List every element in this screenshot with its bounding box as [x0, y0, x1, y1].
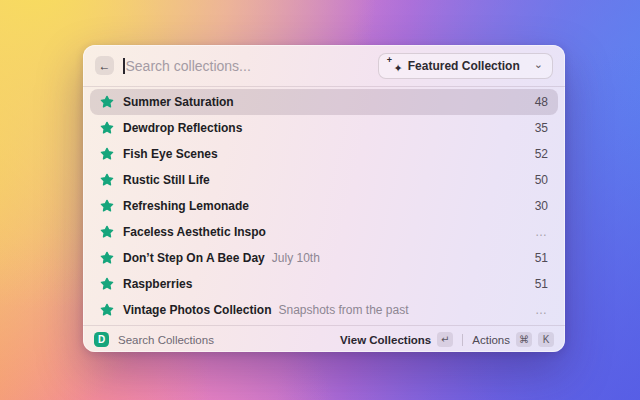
view-collections-action[interactable]: View Collections [340, 334, 431, 346]
list-row[interactable]: Raspberries 51 [90, 271, 558, 297]
k-key-icon: K [538, 332, 554, 347]
list-row[interactable]: Fish Eye Scenes 52 [90, 141, 558, 167]
star-icon [100, 121, 114, 135]
search-input[interactable]: Search collections... [126, 58, 378, 74]
row-title: Dewdrop Reflections [123, 121, 242, 135]
search-header: ← Search collections... + ✦ Featured Col… [83, 45, 565, 87]
sparkle-plus-icon: + ✦ [388, 59, 402, 73]
arrow-left-icon: ← [99, 59, 111, 73]
row-subtitle: Snapshots from the past [278, 303, 408, 317]
actions-menu-button[interactable]: Actions [472, 334, 510, 346]
row-count: 30 [535, 199, 548, 213]
app-logo-icon: D [94, 332, 109, 347]
row-count: 48 [535, 95, 548, 109]
row-title: Rustic Still Life [123, 173, 210, 187]
star-icon [100, 199, 114, 213]
row-title: Raspberries [123, 277, 192, 291]
list-row[interactable]: Summer Saturation 48 [90, 89, 558, 115]
star-icon [100, 95, 114, 109]
list-row[interactable]: Refreshing Lemonade 30 [90, 193, 558, 219]
star-icon [100, 303, 114, 317]
row-title: Faceless Aesthetic Inspo [123, 225, 266, 239]
list-row[interactable]: Rustic Still Life 50 [90, 167, 558, 193]
row-title: Refreshing Lemonade [123, 199, 249, 213]
featured-collection-dropdown[interactable]: + ✦ Featured Collection ⌄ [378, 53, 553, 79]
row-title: Fish Eye Scenes [123, 147, 218, 161]
status-bar: D Search Collections View Collections ↵ … [83, 325, 565, 353]
row-title: Vintage Photos Collection [123, 303, 271, 317]
row-count: … [535, 303, 548, 317]
row-title: Don’t Step On A Bee Day [123, 251, 265, 265]
command-key-icon: ⌘ [516, 332, 532, 347]
star-icon [100, 173, 114, 187]
star-icon [100, 251, 114, 265]
row-count: 52 [535, 147, 548, 161]
text-cursor [123, 58, 125, 74]
dropdown-label: Featured Collection [408, 59, 520, 73]
row-title: Summer Saturation [123, 95, 234, 109]
chevron-down-icon: ⌄ [534, 60, 543, 68]
row-count: 35 [535, 121, 548, 135]
collections-list: Summer Saturation 48 Dewdrop Reflections… [83, 87, 565, 325]
star-icon [100, 147, 114, 161]
back-button[interactable]: ← [95, 56, 114, 75]
row-subtitle: July 10th [272, 251, 320, 265]
star-icon [100, 225, 114, 239]
list-row[interactable]: Dewdrop Reflections 35 [90, 115, 558, 141]
list-row[interactable]: Don’t Step On A Bee Day July 10th 51 [90, 245, 558, 271]
footer-divider [462, 334, 463, 346]
command-palette-window: ← Search collections... + ✦ Featured Col… [83, 45, 565, 352]
app-label: Search Collections [118, 334, 340, 346]
row-count: 51 [535, 251, 548, 265]
list-row[interactable]: Vintage Photos Collection Snapshots from… [90, 297, 558, 323]
row-count: 51 [535, 277, 548, 291]
row-count: … [535, 225, 548, 239]
list-row[interactable]: Faceless Aesthetic Inspo … [90, 219, 558, 245]
row-count: 50 [535, 173, 548, 187]
star-icon [100, 277, 114, 291]
enter-key-icon: ↵ [437, 332, 453, 347]
